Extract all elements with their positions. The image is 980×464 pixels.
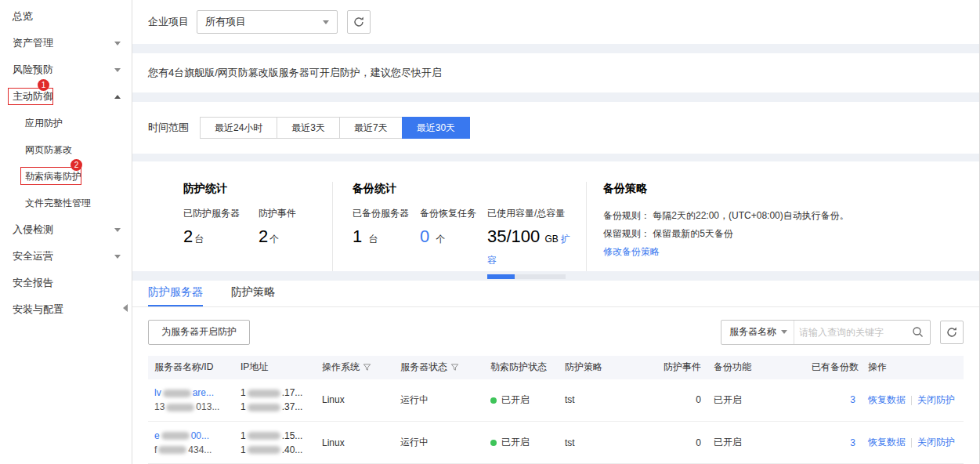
enable-protection-button[interactable]: 为服务器开启防护 bbox=[148, 320, 250, 345]
time-range-24h-button[interactable]: 最近24小时 bbox=[200, 117, 277, 139]
ransom-status-cell: 已开启 bbox=[484, 379, 559, 422]
sidebar-item-asset-management[interactable]: 资产管理 bbox=[0, 30, 132, 56]
redacted-text bbox=[248, 446, 280, 454]
chevron-up-icon bbox=[114, 95, 121, 99]
backup-count-link[interactable]: 3 bbox=[850, 394, 855, 405]
sidebar-item-ransomware-protection[interactable]: 勒索病毒防护 bbox=[0, 163, 132, 190]
sidebar-item-label: 总览 bbox=[13, 9, 33, 24]
backup-count-cell: 3 bbox=[805, 422, 862, 464]
redacted-text bbox=[166, 404, 194, 411]
annotation-badge-step-2: 2 bbox=[71, 159, 82, 171]
sidebar-item-label: 入侵检测 bbox=[13, 223, 53, 237]
restore-tasks-count-link[interactable]: 0 bbox=[420, 227, 429, 246]
search-box: 服务器名称 bbox=[721, 320, 931, 345]
table-row: e00... f434... 1.15... 1.40... Linux 运行中 bbox=[148, 422, 964, 464]
table-refresh-button[interactable] bbox=[940, 321, 964, 344]
main-content: 企业项目 所有项目 您有4台旗舰版/网页防篡改版服务器可开启防护，建议您尽快开启… bbox=[132, 0, 979, 464]
status-green-dot bbox=[490, 440, 497, 446]
ip-cell: 1.15... 1.40... bbox=[234, 422, 316, 464]
search-input[interactable] bbox=[794, 327, 906, 338]
server-table-card: 防护服务器 防护策略 为服务器开启防护 服务器名称 bbox=[132, 281, 979, 464]
protection-events-stat: 防护事件 2个 bbox=[259, 207, 296, 248]
time-range-segment: 最近24小时 最近3天 最近7天 最近30天 bbox=[200, 117, 470, 139]
os-cell: Linux bbox=[316, 422, 394, 464]
col-ip: IP地址 bbox=[234, 356, 316, 379]
table-header-row: 服务器名称/ID IP地址 操作系统 服务器状态 勒索防护状态 bbox=[148, 356, 964, 379]
disable-protection-link[interactable]: 关闭防护 bbox=[917, 437, 955, 448]
enterprise-project-label: 企业项目 bbox=[148, 15, 189, 29]
filter-icon[interactable] bbox=[363, 363, 371, 372]
col-server-name: 服务器名称/ID bbox=[148, 356, 234, 379]
table-row: lvare... 13013... 1.17... 1.37... Linux … bbox=[148, 379, 964, 422]
sidebar-item-label: 安装与配置 bbox=[13, 303, 63, 317]
restore-data-link[interactable]: 恢复数据 bbox=[868, 437, 906, 448]
time-range-3d-button[interactable]: 最近3天 bbox=[277, 117, 340, 139]
sidebar: 总览 资产管理 风险预防 主动防御 应用防护 网页防篡改 勒索病毒防护 文件完整… bbox=[0, 0, 132, 464]
status-green-dot bbox=[490, 397, 497, 404]
sidebar-item-installation-config[interactable]: 安装与配置 bbox=[0, 296, 132, 323]
events-cell: 0 bbox=[637, 379, 707, 422]
capacity-stat: 已使用容量/总容量 35/100 GB 扩容 bbox=[487, 207, 580, 279]
backup-restore-tasks-stat: 备份恢复任务 0 个 bbox=[420, 207, 476, 279]
search-button[interactable] bbox=[906, 326, 930, 338]
sidebar-item-file-integrity[interactable]: 文件完整性管理 bbox=[0, 190, 132, 216]
action-separator bbox=[911, 438, 912, 448]
events-cell: 0 bbox=[637, 422, 707, 464]
redacted-text bbox=[158, 446, 186, 454]
policy-cell: tst bbox=[559, 379, 637, 422]
annotation-badge-step-1: 1 bbox=[38, 79, 49, 91]
sidebar-collapse-icon[interactable] bbox=[123, 304, 128, 312]
capacity-progress-fill bbox=[487, 274, 515, 279]
redacted-text bbox=[161, 432, 190, 440]
sidebar-item-intrusion-detection[interactable]: 入侵检测 bbox=[0, 216, 132, 243]
server-name-cell: e00... f434... bbox=[148, 422, 234, 464]
backed-up-servers-stat: 已备份服务器 1 台 bbox=[353, 207, 409, 279]
notice-bar: 您有4台旗舰版/网页防篡改版服务器可开启防护，建议您尽快开启 bbox=[132, 53, 979, 92]
server-status-cell: 运行中 bbox=[394, 379, 484, 422]
sidebar-item-risk-prevention[interactable]: 风险预防 bbox=[0, 56, 132, 83]
tab-protected-servers[interactable]: 防护服务器 bbox=[148, 281, 203, 306]
server-name-link[interactable]: e00... bbox=[154, 430, 209, 441]
search-category-select[interactable]: 服务器名称 bbox=[721, 321, 794, 344]
backup-count-link[interactable]: 3 bbox=[850, 437, 855, 448]
time-range-label: 时间范围 bbox=[148, 121, 189, 135]
actions-cell: 恢复数据关闭防护 bbox=[862, 422, 964, 464]
sidebar-item-label: 安全运营 bbox=[13, 249, 53, 263]
modify-backup-policy-link[interactable]: 修改备份策略 bbox=[603, 246, 660, 257]
backup-cell: 已开启 bbox=[707, 422, 805, 464]
refresh-icon bbox=[353, 16, 365, 28]
refresh-button[interactable] bbox=[347, 10, 371, 34]
sidebar-item-overview[interactable]: 总览 bbox=[0, 3, 132, 30]
sidebar-item-proactive-defense[interactable]: 主动防御 bbox=[0, 83, 132, 110]
time-range-30d-button[interactable]: 最近30天 bbox=[402, 117, 470, 139]
time-range-bar: 时间范围 最近24小时 最近3天 最近7天 最近30天 bbox=[132, 102, 979, 154]
filter-icon[interactable] bbox=[450, 363, 459, 372]
protection-stats-title: 防护统计 bbox=[183, 182, 332, 196]
disable-protection-link[interactable]: 关闭防护 bbox=[917, 394, 955, 405]
notice-text: 您有4台旗舰版/网页防篡改版服务器可开启防护，建议您尽快开启 bbox=[148, 66, 442, 80]
time-range-7d-button[interactable]: 最近7天 bbox=[339, 117, 403, 139]
col-actions: 操作 bbox=[862, 356, 964, 379]
sidebar-item-web-tamper-protection[interactable]: 网页防篡改 bbox=[0, 136, 132, 163]
app-window: 总览 资产管理 风险预防 主动防御 应用防护 网页防篡改 勒索病毒防护 文件完整… bbox=[0, 0, 980, 464]
redacted-text bbox=[248, 432, 280, 440]
tab-bar: 防护服务器 防护策略 bbox=[132, 281, 979, 307]
redacted-text bbox=[248, 404, 280, 411]
col-os: 操作系统 bbox=[316, 356, 394, 379]
sidebar-item-security-report[interactable]: 安全报告 bbox=[0, 270, 132, 296]
server-name-link[interactable]: lvare... bbox=[154, 387, 214, 398]
sidebar-item-security-operations[interactable]: 安全运营 bbox=[0, 243, 132, 270]
stats-panel: 防护统计 已防护服务器 2台 防护事件 2个 备份统计 已备份服务器 bbox=[132, 161, 979, 271]
sidebar-item-label: 应用防护 bbox=[25, 117, 63, 130]
tab-protection-policies[interactable]: 防护策略 bbox=[231, 281, 275, 306]
table-toolbar: 为服务器开启防护 服务器名称 bbox=[148, 320, 964, 345]
sidebar-item-application-protection[interactable]: 应用防护 bbox=[0, 110, 132, 136]
col-backup: 备份功能 bbox=[707, 356, 805, 379]
col-events: 防护事件 bbox=[637, 356, 707, 379]
retention-rule-text: 保留规则： 保留最新的5天备份 bbox=[603, 225, 964, 243]
restore-data-link[interactable]: 恢复数据 bbox=[868, 394, 906, 405]
protection-stats-section: 防护统计 已防护服务器 2台 防护事件 2个 bbox=[183, 182, 332, 271]
redacted-text bbox=[163, 390, 191, 397]
project-select[interactable]: 所有项目 bbox=[197, 10, 338, 34]
chevron-down-icon bbox=[781, 330, 787, 334]
